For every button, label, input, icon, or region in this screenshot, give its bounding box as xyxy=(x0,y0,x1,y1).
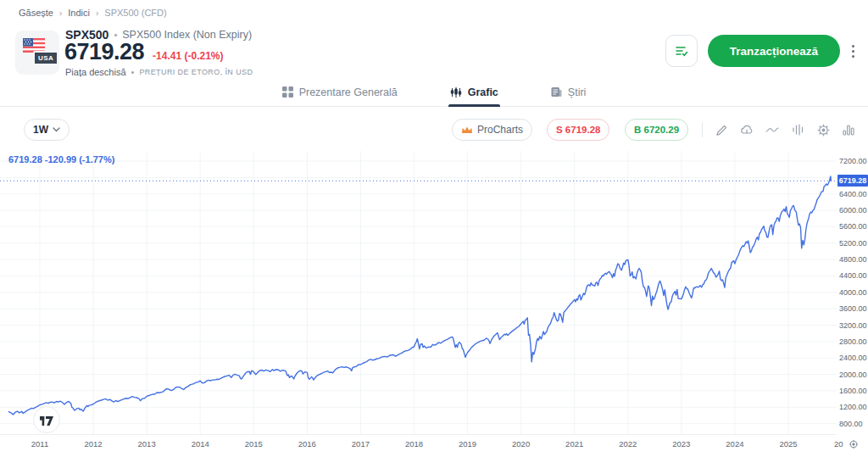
trade-button[interactable]: Tranzacționează xyxy=(708,35,840,67)
candlestick-chart-icon xyxy=(450,86,462,98)
y-axis-label: 4400.00 xyxy=(839,271,867,280)
y-axis-label: 5200.00 xyxy=(839,239,867,248)
chart-toolbar: 1W ProCharts S 6719.28 B 6720.29 xyxy=(0,119,868,141)
procharts-label: ProCharts xyxy=(477,124,523,136)
price-chart[interactable] xyxy=(0,151,837,434)
y-axis-label: 1600.00 xyxy=(839,387,867,395)
x-axis-label: 2017 xyxy=(352,439,370,449)
instrument-page: Găsește › Indici › SPX500 (CFD) USA SPX5… xyxy=(0,0,868,457)
x-axis-label: 2012 xyxy=(84,439,102,449)
tradingview-logo[interactable] xyxy=(33,406,60,433)
y-axis-label: 3200.00 xyxy=(839,321,867,330)
x-axis-label: 2021 xyxy=(565,439,583,449)
x-axis-label: 20 xyxy=(834,439,844,449)
settings-icon[interactable] xyxy=(816,123,830,137)
procharts-button[interactable]: ProCharts xyxy=(452,119,532,141)
breadcrumb-item-current: SPX500 (CFD) xyxy=(104,8,166,18)
cloud-icon[interactable] xyxy=(740,123,754,137)
chevron-right-icon: › xyxy=(96,8,98,18)
more-options-menu[interactable] xyxy=(850,42,856,61)
y-axis-label: 800.00 xyxy=(839,420,863,428)
tab-label: Prezentare Generală xyxy=(299,86,398,98)
order-list-icon xyxy=(674,43,689,59)
y-axis-label: 5600.00 xyxy=(839,222,867,231)
toolbar-divider xyxy=(702,122,703,137)
timeframe-value: 1W xyxy=(33,124,48,136)
time-axis[interactable]: 2011201220132014201520162017201820192020… xyxy=(0,434,837,451)
x-axis-label: 2014 xyxy=(192,439,209,449)
current-price: 6719.28 xyxy=(64,39,144,65)
tab-chart[interactable]: Grafic xyxy=(448,78,500,106)
tab-overview[interactable]: Prezentare Generală xyxy=(281,78,399,106)
buy-button[interactable]: B 6720.29 xyxy=(625,119,688,141)
y-axis-label: 6000.00 xyxy=(839,206,867,215)
x-axis-label: 2020 xyxy=(512,439,530,449)
x-axis-label: 2011 xyxy=(31,439,48,449)
x-axis-label: 2013 xyxy=(138,439,156,449)
tab-label: Știri xyxy=(568,86,587,98)
price-source-note: PREȚURI DE ETORO, ÎN USD xyxy=(139,68,253,76)
y-axis-label: 2000.00 xyxy=(839,371,867,379)
y-axis-label: 4800.00 xyxy=(839,255,867,264)
price-axis[interactable]: 7200.006800.006400.006000.005600.005200.… xyxy=(839,151,868,434)
tab-news[interactable]: Știri xyxy=(549,78,588,106)
chart-type-icon[interactable] xyxy=(791,123,804,137)
x-axis-label: 2022 xyxy=(619,439,637,449)
sell-button[interactable]: S 6719.28 xyxy=(547,119,609,141)
y-axis-label: 6400.00 xyxy=(839,190,867,198)
chart-legend: 6719.28 -120.99 (-1.77%) xyxy=(8,154,114,164)
breadcrumb: Găsește › Indici › SPX500 (CFD) xyxy=(19,8,167,18)
x-axis-label: 2019 xyxy=(459,439,476,449)
x-axis-label: 2025 xyxy=(779,439,797,449)
chevron-right-icon: › xyxy=(59,8,62,18)
last-price-tag: 6719.28 xyxy=(837,175,868,187)
y-axis-label: 1200.00 xyxy=(839,403,867,411)
chart-panel: 6719.28 -120.99 (-1.77%) 7200.006800.006… xyxy=(0,151,868,457)
grid-icon xyxy=(282,86,293,98)
draw-icon[interactable] xyxy=(715,123,728,137)
chevron-down-icon xyxy=(53,127,60,132)
y-axis-label: 7200.00 xyxy=(839,157,867,165)
price-change: -14.41 (-0.21%) xyxy=(153,50,223,62)
crown-icon xyxy=(461,125,473,135)
y-axis-label: 2400.00 xyxy=(839,354,867,362)
x-axis-label: 2016 xyxy=(298,439,316,449)
x-axis-label: 2024 xyxy=(726,439,743,449)
timeframe-selector[interactable]: 1W xyxy=(24,119,70,141)
x-axis-label: 2023 xyxy=(672,439,690,449)
indicator-icon[interactable] xyxy=(765,123,779,137)
breadcrumb-item-discover[interactable]: Găsește xyxy=(19,8,53,18)
dot-separator: • xyxy=(131,67,135,77)
breadcrumb-item-indices[interactable]: Indici xyxy=(68,8,90,18)
y-axis-label: 2800.00 xyxy=(839,337,867,346)
news-icon xyxy=(551,86,562,98)
x-axis-label: 2015 xyxy=(245,439,263,449)
x-axis-label: 2018 xyxy=(405,439,423,449)
y-axis-label: 3600.00 xyxy=(839,304,867,313)
tab-bar: Prezentare Generală Grafic Știri xyxy=(0,78,868,107)
instrument-logo: USA xyxy=(15,31,59,75)
market-status: Piața deschisă xyxy=(65,67,126,77)
country-badge: USA xyxy=(33,51,58,65)
volume-icon[interactable] xyxy=(842,123,855,137)
tab-label: Grafic xyxy=(468,86,498,98)
y-axis-label: 4000.00 xyxy=(839,288,867,297)
chart-tools xyxy=(715,119,868,141)
order-button[interactable] xyxy=(665,35,698,67)
axis-settings-icon[interactable] xyxy=(849,437,859,453)
